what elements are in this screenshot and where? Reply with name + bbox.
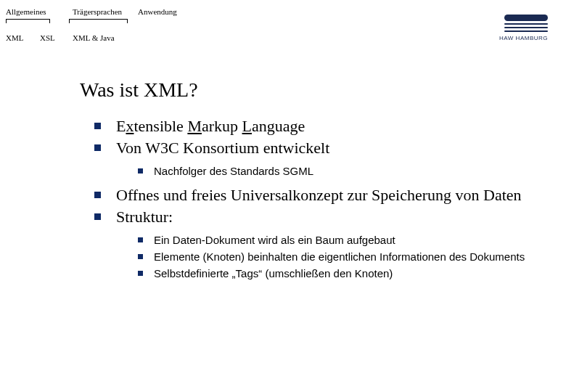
bullet-item: Von W3C Konsortium entwickelt Nachfolger… xyxy=(94,138,530,179)
text: Ein Daten-Dokument wird als ein Baum auf… xyxy=(154,234,395,246)
tab-line xyxy=(69,19,127,20)
nav-r2-c3: XML & Java xyxy=(73,33,115,42)
text: E xyxy=(116,117,126,135)
nav-r1-c1: Allgemeines xyxy=(6,7,46,16)
underline: M xyxy=(187,117,202,135)
logo-bars xyxy=(499,15,548,32)
tab-line xyxy=(6,19,49,20)
underline: x xyxy=(126,117,134,135)
text: Von W3C Konsortium entwickelt xyxy=(116,139,329,157)
nav-r1-c2: Trägersprachen xyxy=(73,7,122,16)
bullet-item: Offnes und freies Universalkonzept zur S… xyxy=(94,185,530,205)
sub-bullet-list: Ein Daten-Dokument wird als ein Baum auf… xyxy=(138,233,530,282)
sub-bullet-item: Nachfolger des Standards SGML xyxy=(138,164,530,179)
logo-bar xyxy=(504,27,548,28)
text: Nachfolger des Standards SGML xyxy=(154,165,313,177)
text: tensible xyxy=(134,117,187,135)
sub-bullet-item: Ein Daten-Dokument wird als ein Baum auf… xyxy=(138,233,530,248)
tab-tick xyxy=(6,19,7,23)
logo-haw-hamburg: HAW HAMBURG xyxy=(499,15,548,41)
slide: Allgemeines Trägersprachen Anwendung XML… xyxy=(0,0,566,392)
text: anguage xyxy=(252,117,305,135)
bullet-list: Extensible Markup Language Von W3C Konso… xyxy=(94,116,530,287)
sub-bullet-item: Elemente (Knoten) beinhalten die eigentl… xyxy=(138,250,530,264)
tab-tick xyxy=(49,19,50,23)
sub-bullet-item: Selbstdefinierte „Tags“ (umschließen den… xyxy=(138,266,530,281)
nav-r2-c1: XML xyxy=(6,33,23,42)
logo-bar xyxy=(504,15,548,21)
text: Offnes und freies Universalkonzept zur S… xyxy=(116,186,522,204)
slide-title: Was ist XML? xyxy=(80,78,198,102)
nav-r1-c3: Anwendung xyxy=(138,7,177,16)
tab-tick xyxy=(69,19,70,23)
bullet-item: Extensible Markup Language xyxy=(94,116,530,136)
text: Struktur: xyxy=(116,208,173,226)
logo-bar xyxy=(504,30,548,32)
sub-bullet-list: Nachfolger des Standards SGML xyxy=(138,164,530,179)
tab-tick xyxy=(127,19,128,23)
underline: L xyxy=(242,117,252,135)
nav-r2-c2: XSL xyxy=(40,33,55,42)
bullet-item: Struktur: Ein Daten-Dokument wird als ei… xyxy=(94,207,530,282)
text: arkup xyxy=(202,117,242,135)
text: Selbstdefinierte „Tags“ (umschließen den… xyxy=(154,267,393,279)
text: Elemente (Knoten) beinhalten die eigentl… xyxy=(154,250,525,263)
logo-caption: HAW HAMBURG xyxy=(499,35,548,41)
logo-bar xyxy=(504,23,548,25)
